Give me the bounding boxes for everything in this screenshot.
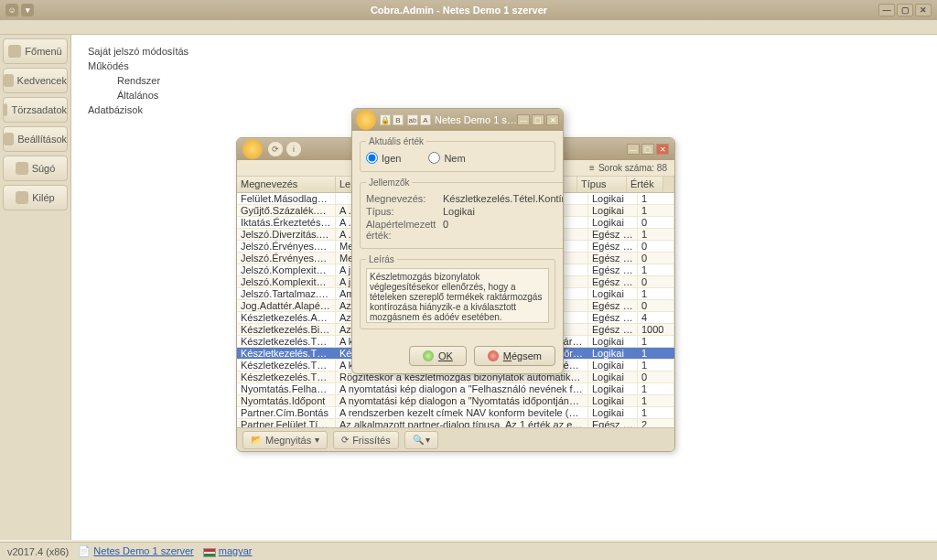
refresh-button[interactable]: ⟳ Frissítés <box>333 431 399 449</box>
filter-button[interactable]: 🔍 ▾ <box>404 431 439 449</box>
sidebar-item-beallitasok[interactable]: Beállítások <box>3 126 68 152</box>
group-legend: Jellemzők <box>366 178 412 188</box>
nav-tree[interactable]: Saját jelszó módosítás Működés Rendszer … <box>84 44 924 117</box>
cancel-button[interactable]: Mégsem <box>474 346 555 366</box>
group-legend: Aktuális érték <box>366 136 426 146</box>
radio-nem[interactable]: Nem <box>428 152 465 164</box>
radio-input[interactable] <box>428 152 440 164</box>
sidebar-item-kedvencek[interactable]: Kedvencek <box>3 68 68 93</box>
radio-input[interactable] <box>366 152 378 164</box>
button-label: OK <box>438 350 453 361</box>
a-icon[interactable]: A <box>420 114 431 125</box>
star-icon <box>4 74 14 87</box>
group-legend: Leírás <box>366 254 397 264</box>
prop-key: Alapértelmezett érték: <box>366 219 443 241</box>
dialog-title: Netes Demo 1 szerver - Rends... <box>435 114 517 125</box>
b-icon[interactable]: B <box>393 114 404 125</box>
ribbon-tabstrip <box>0 20 937 35</box>
prop-key: Típus: <box>366 206 443 217</box>
tree-node[interactable]: Általános <box>84 88 924 102</box>
sidebar-item-fomenu[interactable]: Főmenü <box>3 38 68 64</box>
prop-value: Logikai <box>443 206 564 217</box>
maximize-button[interactable]: ▢ <box>532 114 544 125</box>
maximize-button[interactable]: ▢ <box>641 144 654 155</box>
app-smiley-icon[interactable]: ☺ <box>5 4 18 16</box>
toolbar-info-icon[interactable]: i <box>286 142 301 156</box>
exit-icon <box>16 191 28 204</box>
sidebar-item-label: Beállítások <box>17 134 67 145</box>
flag-hu-icon <box>203 548 216 557</box>
table-row[interactable]: Partner.Cím.BontásA rendszerben kezelt c… <box>237 407 674 419</box>
open-button[interactable]: 📂 Megnyitás ▾ <box>242 431 328 449</box>
app-smiley-icon <box>242 139 263 159</box>
sidebar-item-label: Főmenü <box>25 46 61 57</box>
dialog-titlebar[interactable]: 🔒 B ab A Netes Demo 1 szerver - Rends...… <box>352 109 563 131</box>
button-label: Frissítés <box>352 435 391 446</box>
maximize-button[interactable]: ▢ <box>897 4 913 16</box>
radio-label: Nem <box>444 153 465 164</box>
col-ertek[interactable]: Érték <box>627 177 663 192</box>
table-row[interactable]: Nyomtatás.IdőpontA nyomtatási kép dialog… <box>237 395 674 407</box>
app-smiley-icon <box>356 110 376 130</box>
radio-igen[interactable]: Igen <box>366 152 401 164</box>
tree-node[interactable]: Működés <box>84 59 924 73</box>
sidebar: Főmenü Kedvencek Törzsadatok Beállítások… <box>0 35 71 540</box>
button-label: Megnyitás <box>265 435 311 446</box>
prop-value: Készletkezelés.Tétel.Kontírozás.Ellenőrz… <box>443 193 564 204</box>
close-button[interactable]: ✕ <box>915 4 932 16</box>
description-group: Leírás Készletmozgás bizonylatok véglege… <box>360 254 555 329</box>
app-dropdown-icon[interactable]: ▾ <box>21 4 34 16</box>
prop-value: 0 <box>443 219 564 241</box>
menu-icon <box>8 45 21 58</box>
toolbar-refresh-icon[interactable]: ⟳ <box>268 142 283 156</box>
sidebar-item-torzsadatok[interactable]: Törzsadatok <box>3 97 68 123</box>
table-row[interactable]: Nyomtatás.FelhasználóA nyomtatási kép di… <box>237 383 674 395</box>
tree-node[interactable]: Rendszer <box>84 73 924 88</box>
close-button[interactable]: ✕ <box>656 144 669 155</box>
ok-button[interactable]: OK <box>409 346 467 366</box>
server-link[interactable]: Netes Demo 1 szerver <box>93 545 193 556</box>
minimize-button[interactable]: — <box>878 4 895 16</box>
minimize-button[interactable]: — <box>517 114 530 125</box>
version-label: v2017.4 (x86) <box>7 546 69 557</box>
radio-label: Igen <box>382 153 401 164</box>
window-title: Cobra.Admin - Netes Demo 1 szerver <box>39 5 878 16</box>
lock-a-icon[interactable]: 🔒 <box>380 114 391 125</box>
titlebar: ☺ ▾ Cobra.Admin - Netes Demo 1 szerver —… <box>0 0 937 20</box>
system-menu-icons: ☺ ▾ <box>5 4 34 16</box>
button-label: Mégsem <box>503 350 542 361</box>
edit-dialog: 🔒 B ab A Netes Demo 1 szerver - Rends...… <box>351 108 564 374</box>
close-button[interactable]: ✕ <box>546 114 559 125</box>
description-text[interactable]: Készletmozgás bizonylatok véglegesítések… <box>366 268 549 323</box>
sidebar-item-sugo[interactable]: Súgó <box>3 156 68 181</box>
language-link[interactable]: magyar <box>219 545 253 556</box>
sidebar-item-kilep[interactable]: Kilép <box>3 185 68 210</box>
sidebar-item-label: Súgó <box>32 163 56 174</box>
status-bar: v2017.4 (x86) 📄 Netes Demo 1 szerver mag… <box>0 542 937 560</box>
db-icon <box>4 103 7 116</box>
ok-icon <box>423 350 434 361</box>
window-controls: — ▢ ✕ <box>878 4 932 16</box>
abc-icon[interactable]: ab <box>407 114 418 125</box>
col-tipus[interactable]: Típus <box>577 177 627 192</box>
minimize-button[interactable]: — <box>627 144 640 155</box>
properties-group: Jellemzők Megnevezés:Készletkezelés.Téte… <box>360 178 564 249</box>
gear-icon <box>4 133 14 145</box>
col-megnevezes[interactable]: Megnevezés <box>237 177 336 192</box>
cancel-icon <box>488 350 499 361</box>
current-value-group: Aktuális érték Igen Nem <box>360 136 555 172</box>
tree-node[interactable]: Saját jelszó módosítás <box>84 44 924 59</box>
table-row[interactable]: Partner.Felület.TípusAz alkalmazott part… <box>237 419 674 427</box>
sidebar-item-label: Törzsadatok <box>11 104 67 115</box>
sidebar-item-label: Kedvencek <box>17 75 67 86</box>
help-icon <box>16 162 28 175</box>
prop-key: Megnevezés: <box>366 193 443 204</box>
sidebar-item-label: Kilép <box>32 192 54 203</box>
